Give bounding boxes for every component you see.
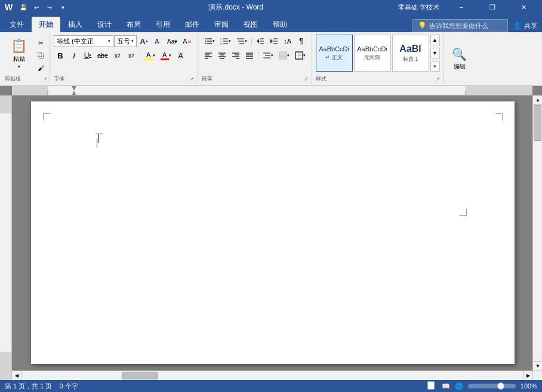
tab-file[interactable]: 文件 (2, 17, 31, 32)
show-marks-button[interactable]: ¶ (295, 35, 308, 47)
clear-format-button[interactable]: A✕ (180, 35, 193, 47)
para-divider2 (258, 51, 258, 60)
shading-button[interactable]: ▾ (276, 50, 292, 61)
decrease-indent-button[interactable] (254, 35, 267, 47)
line-spacing-button[interactable]: ▾ (260, 50, 276, 61)
scroll-right-button[interactable]: ▶ (523, 371, 532, 381)
scroll-h-thumb[interactable] (122, 372, 158, 379)
restore-button[interactable]: ❐ (479, 0, 506, 14)
font-size-dropdown[interactable]: ▾ (131, 39, 134, 44)
font-color-button[interactable]: A ▾ (158, 50, 174, 61)
close-button[interactable]: ✕ (510, 0, 537, 14)
highlight-color-bar (144, 58, 153, 60)
highlight-dropdown[interactable]: ▾ (153, 53, 155, 58)
char-shading-button[interactable]: A (174, 50, 187, 61)
paragraph-section: ▾ 1.2.3. ▾ ▾ (198, 33, 312, 84)
scroll-v-track[interactable] (533, 105, 542, 361)
paste-button[interactable]: 📋 粘贴 ▾ (5, 35, 33, 73)
multilevel-button[interactable]: ▾ (234, 35, 250, 47)
zoom-thumb[interactable] (497, 382, 504, 390)
font-shrink-button[interactable]: A- (151, 35, 164, 47)
document-page[interactable] (31, 101, 515, 364)
scroll-up-button[interactable]: ▲ (533, 95, 542, 105)
read-mode-button[interactable]: 📖 (442, 382, 450, 390)
cut-button[interactable]: ✂ ✂ (34, 37, 47, 49)
svg-rect-56 (0, 95, 12, 380)
tab-layout[interactable]: 布局 (119, 17, 148, 32)
sort-button[interactable]: ↕A (281, 35, 294, 47)
editing-button[interactable]: 🔍 编辑 (448, 45, 472, 73)
minimize-button[interactable]: − (448, 0, 475, 14)
border-button[interactable]: ▾ (292, 50, 308, 61)
align-left-button[interactable] (202, 50, 215, 61)
scroll-v-thumb[interactable] (534, 105, 541, 141)
format-painter-icon: 🖌 (38, 64, 44, 72)
ribbon-content: 📋 粘贴 ▾ ✂ ✂ ⿻ 🖌 (0, 32, 542, 86)
copy-button[interactable]: ⿻ (34, 50, 47, 61)
tab-references[interactable]: 引用 (149, 17, 177, 32)
font-expand-icon[interactable]: ↗ (190, 76, 194, 82)
more-qa-button[interactable]: ▾ (57, 1, 69, 13)
font-grow-button[interactable]: A+ (137, 35, 150, 47)
doc-scroll-area[interactable] (12, 95, 542, 380)
font-name-dropdown[interactable]: ▾ (108, 39, 110, 44)
tab-home[interactable]: 开始 (32, 17, 60, 32)
styles-scroll-up[interactable]: ▲ (430, 35, 440, 45)
font-size-input[interactable]: 五号 ▾ (114, 35, 137, 47)
font-color-dropdown[interactable]: ▾ (169, 53, 171, 58)
underline-button[interactable]: U▾ (81, 50, 94, 61)
text-highlight-button[interactable]: A ▾ (142, 50, 158, 61)
tab-design[interactable]: 设计 (90, 17, 119, 32)
tell-me-search[interactable]: 💡 告诉我您想要做什么 (412, 19, 508, 32)
clipboard-expand-icon[interactable]: ↗ (43, 76, 47, 82)
styles-expand-icon[interactable]: ↗ (436, 76, 440, 82)
styles-more[interactable]: ≡ (430, 61, 440, 72)
font-divider1 (140, 51, 140, 60)
editing-label: 编辑 (454, 63, 466, 71)
style-heading1[interactable]: AaBl 标题 1 (392, 35, 429, 72)
numbering-button[interactable]: 1.2.3. ▾ (218, 35, 233, 47)
numbering-dropdown[interactable]: ▾ (229, 39, 231, 44)
scroll-h-track[interactable] (21, 371, 523, 380)
web-layout-button[interactable]: 🌐 (455, 382, 463, 390)
tab-review[interactable]: 审阅 (207, 17, 236, 32)
italic-button[interactable]: I (67, 50, 81, 61)
print-layout-button[interactable] (427, 381, 437, 391)
bold-button[interactable]: B (54, 50, 67, 61)
subscript-button[interactable]: x2 (111, 50, 124, 61)
undo-qa-button[interactable]: ↩ (30, 1, 42, 13)
tab-help[interactable]: 帮助 (266, 17, 294, 32)
line-spacing-dropdown[interactable]: ▾ (271, 53, 273, 58)
align-right-button[interactable] (229, 50, 242, 61)
style-no-space[interactable]: AaBbCcDi 无间隔 (354, 35, 391, 72)
clipboard-tools: 📋 粘贴 ▾ ✂ ✂ ⿻ 🖌 (5, 35, 47, 75)
border-dropdown[interactable]: ▾ (303, 53, 306, 58)
strikethrough-button[interactable]: abc (95, 50, 110, 61)
superscript-button[interactable]: x2 (125, 50, 138, 61)
font-name-input[interactable]: 等线 (中文正 ▾ (54, 35, 113, 47)
styles-scroll-down[interactable]: ▼ (430, 48, 440, 58)
multilevel-dropdown[interactable]: ▾ (245, 39, 247, 44)
bullets-button[interactable]: ▾ (202, 35, 217, 47)
justify-button[interactable] (243, 50, 256, 61)
scroll-left-button[interactable]: ◀ (12, 371, 21, 381)
style-normal[interactable]: AaBbCcDi ↵ 正文 (316, 35, 353, 72)
tab-view[interactable]: 视图 (236, 17, 265, 32)
para-divider1 (251, 37, 252, 45)
change-case-button[interactable]: Aa▾ (165, 35, 180, 47)
user-account-button[interactable]: 👤 共享 (513, 21, 537, 30)
paragraph-expand-icon[interactable]: ↗ (304, 76, 308, 82)
tab-mailings[interactable]: 邮件 (178, 17, 207, 32)
scroll-down-button[interactable]: ▼ (533, 361, 542, 371)
zoom-slider[interactable] (468, 384, 516, 388)
format-painter-button[interactable]: 🖌 (34, 62, 47, 74)
tab-insert[interactable]: 插入 (61, 17, 90, 32)
increase-indent-button[interactable] (267, 35, 281, 47)
scrollbar-vertical: ▲ ▼ (532, 95, 542, 371)
redo-qa-button[interactable]: ↪ (44, 1, 56, 13)
bullets-dropdown[interactable]: ▾ (213, 39, 215, 44)
align-center-button[interactable] (215, 50, 229, 61)
shading-dropdown[interactable]: ▾ (287, 53, 290, 58)
save-qa-button[interactable]: 💾 (17, 1, 29, 13)
underline-dropdown[interactable]: ▾ (89, 53, 91, 58)
